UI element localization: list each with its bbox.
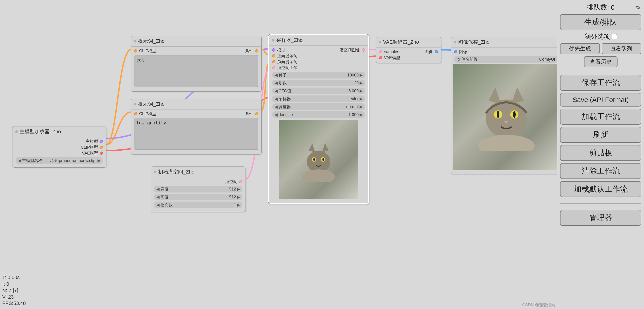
widget-batch[interactable]: ◀批次数1▶ xyxy=(154,202,242,208)
port-dot-icon xyxy=(272,54,276,58)
node-save-image[interactable]: 图像保存_Zho 图像 文件名前缀 ComfyUI xyxy=(451,37,562,174)
node-title: 提示词_Zho xyxy=(131,99,261,110)
output-port-conditioning[interactable]: 条件 xyxy=(242,111,261,117)
port-dot-icon xyxy=(100,146,103,149)
input-port-vae[interactable]: VAE模型 xyxy=(376,55,422,60)
node-empty-latent[interactable]: 初始潜空间_Zho 潜空间 ◀宽度512▶ ◀高度512▶ ◀批次数1▶ xyxy=(151,166,246,212)
prompt-textarea[interactable] xyxy=(134,55,258,87)
svg-marker-10 xyxy=(512,87,524,104)
input-port-clip[interactable]: CLIP模型 xyxy=(131,48,160,54)
output-port-vae[interactable]: VAE模型 xyxy=(12,150,106,156)
watermark: CSDN @迷若烟雨 xyxy=(522,302,555,308)
port-dot-icon xyxy=(134,112,137,115)
chevron-left-icon[interactable]: ◀ xyxy=(274,104,278,109)
node-title: 提示词_Zho xyxy=(131,36,261,46)
prompt-textarea[interactable] xyxy=(134,118,258,150)
collapse-dot-icon[interactable] xyxy=(15,130,18,133)
queue-size-row: 排队数: 0 xyxy=(560,3,641,12)
view-queue-button[interactable]: 查看队列 xyxy=(602,43,642,54)
input-port-latent[interactable]: 潜空间图像 xyxy=(269,65,336,70)
svg-point-7 xyxy=(302,170,335,182)
chevron-right-icon[interactable]: ▶ xyxy=(237,194,240,200)
widget-sampler[interactable]: ◀采样器euler▶ xyxy=(272,96,365,102)
chevron-right-icon[interactable]: ▶ xyxy=(360,88,363,94)
chevron-right-icon[interactable]: ▶ xyxy=(360,112,363,117)
manager-button[interactable]: 管理器 xyxy=(560,210,641,226)
chevron-left-icon[interactable]: ◀ xyxy=(274,112,278,117)
save-api-button[interactable]: Save (API Format) xyxy=(560,93,641,106)
chevron-left-icon[interactable]: ◀ xyxy=(274,96,278,101)
widget-denoise[interactable]: ◀denoise1.000▶ xyxy=(272,111,365,118)
widget-scheduler[interactable]: ◀调度器normal▶ xyxy=(272,104,365,110)
chevron-left-icon[interactable]: ◀ xyxy=(18,158,21,163)
node-checkpoint-loader[interactable]: 主模型加载器_Zho 主模型 CLIP模型 VAE模型 ◀ 主模型名称 v1-5… xyxy=(12,126,106,168)
port-dot-icon xyxy=(272,48,276,52)
input-port-clip[interactable]: CLIP模型 xyxy=(131,111,160,117)
chevron-left-icon[interactable]: ◀ xyxy=(156,186,160,192)
collapse-dot-icon[interactable] xyxy=(134,103,136,106)
chevron-left-icon[interactable]: ◀ xyxy=(156,202,160,208)
chevron-left-icon[interactable]: ◀ xyxy=(274,80,278,86)
output-port-image[interactable]: 图像 xyxy=(422,49,441,55)
input-port-positive[interactable]: 正向提示词 xyxy=(269,53,336,59)
chevron-left-icon[interactable]: ◀ xyxy=(274,88,278,94)
title-text: 主模型加载器_Zho xyxy=(20,128,61,135)
port-dot-icon xyxy=(435,50,438,54)
svg-point-13 xyxy=(497,111,500,118)
node-graph-canvas[interactable]: 主模型加载器_Zho 主模型 CLIP模型 VAE模型 ◀ 主模型名称 v1-5… xyxy=(0,0,620,309)
port-dot-icon xyxy=(454,50,457,54)
node-vae-decode[interactable]: VAE解码器_Zho samples VAE模型 图像 xyxy=(376,37,441,63)
widget-steps[interactable]: ◀步数20▶ xyxy=(272,80,365,86)
widget-ckpt-name[interactable]: ◀ 主模型名称 v1-5-pruned-emaonly.ckpt ▶ xyxy=(16,157,103,164)
node-ksampler[interactable]: 采样器_Zho 模型 正向提示词 负向提示词 潜空间图像 潜空间图像 ◀种子10… xyxy=(268,34,369,204)
node-prompt-negative[interactable]: 提示词_Zho CLIP模型 条件 xyxy=(131,99,262,154)
view-history-button[interactable]: 查看历史 xyxy=(584,56,618,67)
priority-generate-button[interactable]: 优先生成 xyxy=(560,43,600,54)
chevron-right-icon[interactable]: ▶ xyxy=(237,202,240,208)
input-port-image[interactable]: 图像 xyxy=(451,49,562,55)
input-port-samples[interactable]: samples xyxy=(376,49,422,55)
chevron-right-icon[interactable]: ▶ xyxy=(360,96,363,101)
output-port-model[interactable]: 主模型 xyxy=(12,138,106,144)
widget-cfg[interactable]: ◀CFG值8.000▶ xyxy=(272,88,365,94)
output-port-latent[interactable]: 潜空间图像 xyxy=(336,47,368,53)
save-workflow-button[interactable]: 保存工作流 xyxy=(560,75,641,91)
stat-v: V: 23 xyxy=(2,294,26,300)
port-dot-icon xyxy=(362,48,365,52)
widget-filename-prefix[interactable]: 文件名前缀 ComfyUI xyxy=(454,56,558,63)
output-port-conditioning[interactable]: 条件 xyxy=(242,48,261,54)
extra-options-checkbox[interactable] xyxy=(612,34,617,39)
divider xyxy=(560,203,641,204)
widget-seed[interactable]: ◀种子10000▶ xyxy=(272,72,365,78)
clipboard-button[interactable]: 剪贴板 xyxy=(560,145,641,161)
collapse-dot-icon[interactable] xyxy=(378,41,381,44)
chevron-right-icon[interactable]: ▶ xyxy=(360,72,363,78)
refresh-button[interactable]: 刷新 xyxy=(560,127,641,143)
gear-icon[interactable] xyxy=(636,4,640,8)
svg-point-6 xyxy=(322,158,324,161)
chevron-right-icon[interactable]: ▶ xyxy=(237,186,240,192)
collapse-dot-icon[interactable] xyxy=(154,170,156,173)
input-port-negative[interactable]: 负向提示词 xyxy=(269,59,336,65)
chevron-right-icon[interactable]: ▶ xyxy=(360,104,363,109)
output-image xyxy=(453,64,559,170)
widget-width[interactable]: ◀宽度512▶ xyxy=(154,186,242,192)
svg-marker-2 xyxy=(322,143,328,152)
input-port-model[interactable]: 模型 xyxy=(269,47,336,53)
output-port-clip[interactable]: CLIP模型 xyxy=(12,144,106,150)
collapse-dot-icon[interactable] xyxy=(454,41,456,44)
port-dot-icon xyxy=(100,140,103,143)
collapse-dot-icon[interactable] xyxy=(272,39,274,42)
node-prompt-positive[interactable]: 提示词_Zho CLIP模型 条件 xyxy=(131,36,262,92)
load-workflow-button[interactable]: 加载工作流 xyxy=(560,109,641,125)
collapse-dot-icon[interactable] xyxy=(134,40,136,42)
output-port-latent[interactable]: 潜空间 xyxy=(151,179,246,184)
chevron-left-icon[interactable]: ◀ xyxy=(274,72,278,78)
chevron-right-icon[interactable]: ▶ xyxy=(98,158,101,163)
load-default-button[interactable]: 加载默认工作流 xyxy=(560,181,641,197)
chevron-left-icon[interactable]: ◀ xyxy=(156,194,160,200)
widget-height[interactable]: ◀高度512▶ xyxy=(154,194,242,200)
chevron-right-icon[interactable]: ▶ xyxy=(360,80,363,86)
generate-button[interactable]: 生成/排队 xyxy=(560,14,641,30)
clear-workflow-button[interactable]: 清除工作流 xyxy=(560,163,641,179)
